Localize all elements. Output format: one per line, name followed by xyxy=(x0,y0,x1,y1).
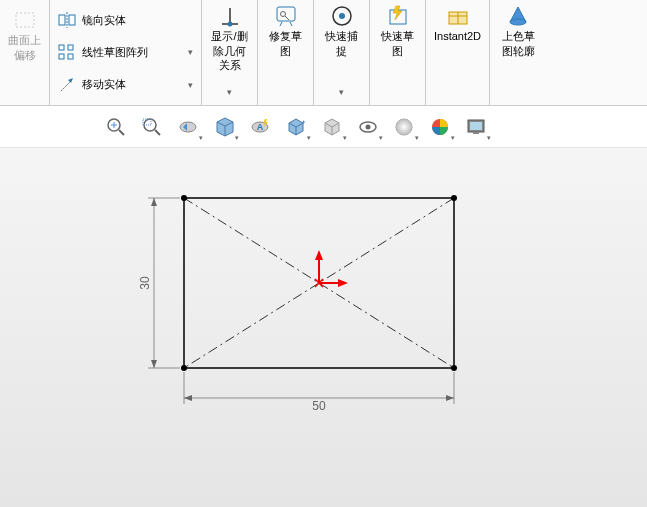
sketch-drawing: 50 30 xyxy=(0,148,647,507)
snap-l2: 捉 xyxy=(336,45,347,58)
svg-rect-1 xyxy=(59,15,65,25)
linear-pattern-label: 线性草图阵列 xyxy=(82,45,148,60)
section-view-button[interactable]: ▾ xyxy=(208,113,240,141)
relations-l3: 关系 xyxy=(219,59,241,72)
sketch-point[interactable] xyxy=(181,365,187,371)
svg-rect-4 xyxy=(59,45,64,50)
move-icon xyxy=(58,76,76,94)
svg-point-19 xyxy=(510,19,526,25)
chevron-down-icon: ▾ xyxy=(199,134,203,142)
svg-rect-0 xyxy=(16,13,34,27)
relations-l1: 显示/删 xyxy=(211,30,247,43)
svg-point-14 xyxy=(339,13,345,19)
entity-tools-group: 镜向实体 线性草图阵列 ▾ 移动实体 ▾ xyxy=(50,0,202,105)
display-relations-button[interactable]: 显示/删 除几何 关系 ▾ xyxy=(202,0,258,105)
mirror-entities-button[interactable]: 镜向实体 xyxy=(58,8,193,32)
offset-on-surface: 曲面上 偏移 xyxy=(0,0,50,105)
mirror-icon xyxy=(58,11,76,29)
svg-point-29 xyxy=(366,124,371,129)
zoom-fit-button[interactable] xyxy=(100,113,132,141)
ribbon-bar: 曲面上 偏移 镜向实体 线性草图阵列 ▾ 移动实体 ▾ 显示/删 xyxy=(0,0,647,106)
repair-icon xyxy=(274,4,298,28)
svg-point-25 xyxy=(180,122,196,132)
chevron-down-icon[interactable]: ▾ xyxy=(188,80,193,90)
linear-pattern-button[interactable]: 线性草图阵列 ▾ xyxy=(58,40,193,64)
svg-point-31 xyxy=(396,119,412,135)
quick-snap-button[interactable]: 快速捕 捉 ▾ xyxy=(314,0,370,105)
previous-view-button[interactable]: ▾ xyxy=(172,113,204,141)
chevron-down-icon[interactable]: ▾ xyxy=(339,87,344,97)
offset-label-1: 曲面上 xyxy=(8,34,41,47)
repair-l2: 图 xyxy=(280,45,291,58)
svg-rect-7 xyxy=(68,54,73,59)
relations-icon xyxy=(218,4,242,28)
dimension-value: 30 xyxy=(138,276,152,290)
rapid-sketch-icon xyxy=(386,4,410,28)
sketch-point[interactable] xyxy=(451,195,457,201)
instant2d-label: Instant2D xyxy=(434,30,481,43)
rapid-l2: 图 xyxy=(392,45,403,58)
instant2d-icon xyxy=(446,4,470,28)
svg-line-21 xyxy=(119,130,124,135)
svg-rect-34 xyxy=(473,132,479,134)
svg-rect-35 xyxy=(470,122,482,130)
rapid-sketch-button[interactable]: 快速草 图 xyxy=(370,0,426,105)
chevron-down-icon: ▾ xyxy=(307,134,311,142)
svg-rect-6 xyxy=(68,45,73,50)
shaded-l2: 图轮廓 xyxy=(502,45,535,58)
repair-l1: 修复草 xyxy=(269,30,302,43)
sketch-point[interactable] xyxy=(181,195,187,201)
shaded-icon xyxy=(506,4,530,28)
chevron-down-icon: ▾ xyxy=(235,134,239,142)
dimension-value: 50 xyxy=(312,399,326,413)
dimension-vertical[interactable]: 30 xyxy=(138,198,180,368)
chevron-down-icon: ▾ xyxy=(487,134,491,142)
edit-appearance-button[interactable]: ▾ xyxy=(388,113,420,141)
sketch-canvas[interactable]: 50 30 xyxy=(0,148,647,507)
mirror-label: 镜向实体 xyxy=(82,13,126,28)
move-label: 移动实体 xyxy=(82,77,126,92)
origin-marker[interactable] xyxy=(315,250,348,287)
view-orientation-button[interactable]: ▾ xyxy=(280,113,312,141)
shaded-l1: 上色草 xyxy=(502,30,535,43)
shaded-sketch-button[interactable]: 上色草 图轮廓 xyxy=(490,0,546,105)
repair-sketch-button[interactable]: 修复草 图 xyxy=(258,0,314,105)
svg-line-23 xyxy=(155,130,160,135)
display-style-button[interactable]: ▾ xyxy=(316,113,348,141)
hide-show-button[interactable]: ▾ xyxy=(352,113,384,141)
chevron-down-icon: ▾ xyxy=(415,134,419,142)
svg-point-10 xyxy=(227,22,232,27)
snap-l1: 快速捕 xyxy=(325,30,358,43)
view-settings-button[interactable]: ▾ xyxy=(460,113,492,141)
offset-surface-icon xyxy=(13,8,37,32)
move-entities-button[interactable]: 移动实体 ▾ xyxy=(58,73,193,97)
svg-rect-3 xyxy=(69,15,75,25)
apply-scene-button[interactable]: ▾ xyxy=(424,113,456,141)
chevron-down-icon[interactable]: ▾ xyxy=(188,47,193,57)
svg-point-12 xyxy=(280,12,285,17)
chevron-down-icon[interactable]: ▾ xyxy=(227,87,232,97)
chevron-down-icon: ▾ xyxy=(343,134,347,142)
dimension-horizontal[interactable]: 50 xyxy=(184,372,454,413)
view-toolbar: ▾ ▾ A ▾ ▾ ▾ ▾ ▾ ▾ xyxy=(0,106,647,148)
relations-l2: 除几何 xyxy=(213,45,246,58)
chevron-down-icon: ▾ xyxy=(379,134,383,142)
sketch-point[interactable] xyxy=(451,365,457,371)
svg-rect-5 xyxy=(59,54,64,59)
chevron-down-icon: ▾ xyxy=(451,134,455,142)
linear-pattern-icon xyxy=(58,43,76,61)
rapid-l1: 快速草 xyxy=(381,30,414,43)
zoom-area-button[interactable] xyxy=(136,113,168,141)
dynamic-annotation-button[interactable]: A xyxy=(244,113,276,141)
offset-label-2: 偏移 xyxy=(14,49,36,62)
svg-text:A: A xyxy=(257,122,264,132)
snap-icon xyxy=(330,4,354,28)
instant2d-button[interactable]: Instant2D xyxy=(426,0,490,105)
